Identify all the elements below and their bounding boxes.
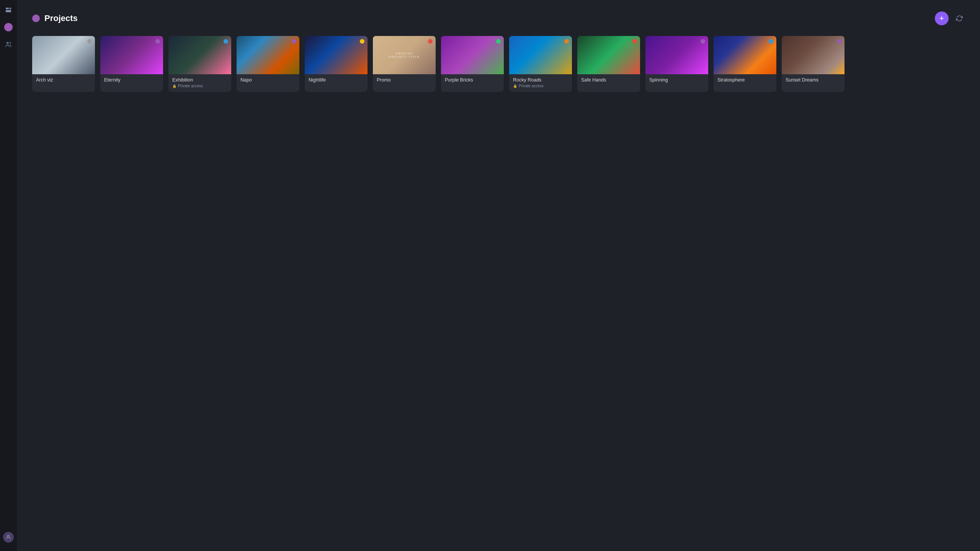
card-info: Eternity: [100, 74, 163, 88]
project-card-purple-bricks[interactable]: Purple Bricks: [441, 36, 504, 92]
private-access-label: 🔒 Private access: [513, 84, 568, 88]
project-card-promo[interactable]: AMAZING PROJECT TITLE Promo: [373, 36, 436, 92]
status-dot: [292, 39, 296, 44]
card-thumbnail: [714, 36, 776, 74]
status-dot: [632, 39, 637, 44]
thumb-content: [509, 36, 572, 74]
svg-point-0: [7, 42, 9, 44]
private-access-label: 🔒 Private access: [172, 84, 227, 88]
card-info: Exhibition 🔒 Private access: [168, 74, 231, 92]
thumb-content: [237, 36, 299, 74]
card-info: Stratosphere: [714, 74, 776, 88]
header-actions: +: [935, 11, 965, 25]
header-left: Projects: [32, 13, 78, 23]
card-name: Sunset Dreams: [786, 77, 841, 83]
card-thumbnail: [168, 36, 231, 74]
card-name: Rocky Roads: [513, 77, 568, 83]
card-thumbnail: AMAZING PROJECT TITLE: [373, 36, 436, 74]
lock-icon: 🔒: [172, 84, 176, 88]
thumb-content: [714, 36, 776, 74]
project-card-stratosphere[interactable]: Stratosphere: [714, 36, 776, 92]
user-avatar[interactable]: [3, 532, 14, 543]
thumb-content: [100, 36, 163, 74]
status-dot: [224, 39, 228, 44]
card-name: Arch viz: [36, 77, 91, 83]
status-dot: [428, 39, 433, 44]
header-dot: [32, 15, 40, 22]
status-dot: [87, 39, 92, 44]
card-name: Nightlife: [309, 77, 364, 83]
project-card-eternity[interactable]: Eternity: [100, 36, 163, 92]
sidebar: [0, 0, 17, 551]
project-card-safe-hands[interactable]: Safe Hands: [577, 36, 640, 92]
card-thumbnail: [782, 36, 844, 74]
project-card-napo[interactable]: Napo: [237, 36, 299, 92]
card-info: Promo: [373, 74, 436, 88]
thumb-content: [782, 36, 844, 74]
project-card-rocky-roads[interactable]: Rocky Roads 🔒 Private access: [509, 36, 572, 92]
card-info: Napo: [237, 74, 299, 88]
card-thumbnail: [509, 36, 572, 74]
project-card-spinning[interactable]: Spinning: [645, 36, 708, 92]
card-thumbnail: [441, 36, 504, 74]
card-thumbnail: [100, 36, 163, 74]
status-dot: [360, 39, 364, 44]
card-name: Purple Bricks: [445, 77, 500, 83]
status-dot: [496, 39, 501, 44]
lock-icon: 🔒: [513, 84, 517, 88]
card-thumbnail: [305, 36, 368, 74]
card-thumbnail: [645, 36, 708, 74]
card-thumbnail: [237, 36, 299, 74]
project-card-sunset-dreams[interactable]: Sunset Dreams: [782, 36, 844, 92]
card-name: Safe Hands: [581, 77, 636, 83]
sidebar-top: [3, 5, 14, 50]
card-name: Napo: [240, 77, 296, 83]
thumb-content: [305, 36, 368, 74]
card-name: Exhibition: [172, 77, 227, 83]
status-dot: [701, 39, 705, 44]
card-thumbnail: [577, 36, 640, 74]
projects-grid: Arch viz Eternity Exhibition 🔒 Private a…: [32, 36, 965, 92]
thumb-content: [645, 36, 708, 74]
card-info: Spinning: [645, 74, 708, 88]
projects-nav-dot[interactable]: [4, 23, 13, 31]
status-dot: [564, 39, 569, 44]
card-info: Purple Bricks: [441, 74, 504, 88]
status-dot: [769, 39, 773, 44]
card-info: Rocky Roads 🔒 Private access: [509, 74, 572, 92]
status-dot: [155, 39, 160, 44]
thumb-content: [441, 36, 504, 74]
card-name: Eternity: [104, 77, 159, 83]
thumb-content: [32, 36, 95, 74]
add-project-button[interactable]: +: [935, 11, 949, 25]
thumb-content: [168, 36, 231, 74]
overlay-text: AMAZING PROJECT TITLE: [389, 52, 420, 59]
svg-point-1: [7, 535, 9, 537]
project-card-nightlife[interactable]: Nightlife: [305, 36, 368, 92]
card-info: Sunset Dreams: [782, 74, 844, 88]
card-name: Stratosphere: [717, 77, 773, 83]
card-info: Arch viz: [32, 74, 95, 88]
project-card-exhibition[interactable]: Exhibition 🔒 Private access: [168, 36, 231, 92]
card-name: Promo: [377, 77, 432, 83]
page-title: Projects: [44, 13, 78, 23]
team-icon[interactable]: [3, 39, 14, 50]
app-logo-icon[interactable]: [3, 5, 14, 15]
card-thumbnail: [32, 36, 95, 74]
thumb-content: AMAZING PROJECT TITLE: [373, 36, 436, 74]
thumb-content: [577, 36, 640, 74]
refresh-button[interactable]: [954, 13, 965, 24]
card-name: Spinning: [649, 77, 704, 83]
card-info: Safe Hands: [577, 74, 640, 88]
page-header: Projects +: [32, 11, 965, 25]
sidebar-bottom: [3, 532, 14, 546]
main-content: Projects + Arch viz: [17, 0, 980, 551]
status-dot: [837, 39, 841, 44]
card-info: Nightlife: [305, 74, 368, 88]
project-card-arch-viz[interactable]: Arch viz: [32, 36, 95, 92]
